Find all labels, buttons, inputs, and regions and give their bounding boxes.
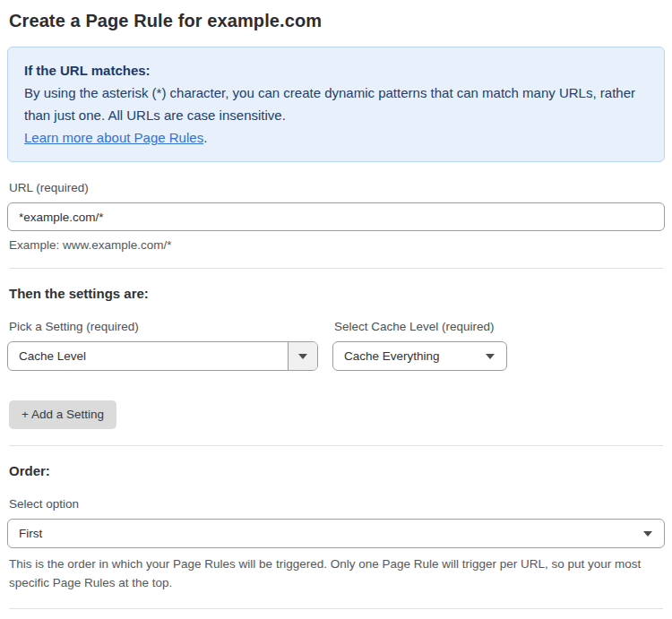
url-field-label: URL (required): [9, 181, 663, 194]
cache-level-value: Cache Everything: [333, 349, 478, 363]
info-box-body: By using the asterisk (*) character, you…: [24, 82, 648, 149]
footer-divider: [9, 608, 663, 609]
section-divider: [9, 445, 663, 446]
url-example-helper: Example: www.example.com/*: [9, 238, 663, 252]
chevron-down-icon: [298, 354, 307, 359]
info-box-heading: If the URL matches:: [24, 59, 648, 82]
chevron-down-icon: [643, 531, 652, 537]
setting-picker-select[interactable]: Cache Level: [7, 341, 318, 371]
order-select-value: First: [8, 527, 636, 540]
order-helper-text: This is the order in which your Page Rul…: [9, 555, 658, 592]
section-divider: [9, 268, 663, 269]
cache-level-select[interactable]: Cache Everything: [332, 341, 507, 371]
cache-level-arrow: [478, 354, 506, 359]
order-select-arrow: [636, 531, 664, 537]
create-page-rule-form: Create a Page Rule for example.com If th…: [0, 0, 672, 619]
chevron-down-icon: [486, 354, 495, 359]
add-setting-button[interactable]: + Add a Setting: [9, 400, 116, 429]
cache-level-column: Select Cache Level (required) Cache Ever…: [332, 301, 507, 371]
url-input[interactable]: [7, 202, 665, 231]
order-section-heading: Order:: [9, 463, 663, 478]
url-matches-info-box: If the URL matches: By using the asteris…: [7, 47, 665, 162]
info-box-body-text: By using the asterisk (*) character, you…: [24, 85, 635, 123]
setting-picker-value: Cache Level: [8, 349, 288, 363]
page-title: Create a Page Rule for example.com: [9, 11, 663, 31]
setting-picker-column: Pick a Setting (required) Cache Level: [7, 301, 318, 371]
setting-picker-label: Pick a Setting (required): [9, 320, 316, 333]
cache-level-label: Select Cache Level (required): [334, 320, 505, 333]
learn-more-page-rules-link[interactable]: Learn more about Page Rules: [24, 130, 203, 145]
link-period: .: [203, 130, 207, 145]
order-select[interactable]: First: [7, 519, 665, 548]
settings-row: Pick a Setting (required) Cache Level Se…: [7, 301, 665, 371]
settings-section-heading: Then the settings are:: [9, 286, 663, 301]
setting-picker-arrow-box[interactable]: [288, 342, 317, 370]
order-select-label: Select option: [9, 497, 663, 511]
